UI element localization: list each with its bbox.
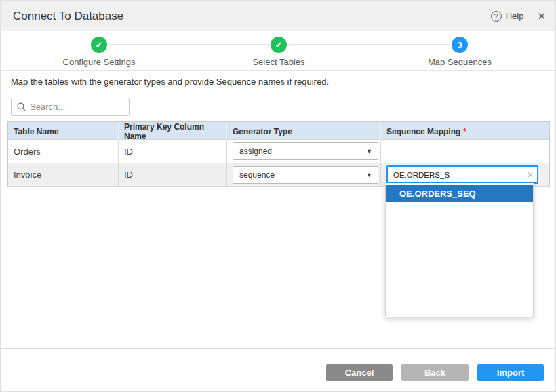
check-icon: ✓ bbox=[96, 40, 103, 50]
cell-generator-type: assigned ▼ bbox=[227, 140, 381, 163]
chevron-down-icon: ▼ bbox=[366, 172, 372, 178]
cell-primary-key: ID bbox=[119, 163, 227, 186]
stepper-connector bbox=[289, 44, 450, 45]
required-marker: * bbox=[463, 127, 466, 136]
sequence-mapping-input[interactable] bbox=[386, 165, 538, 184]
step-1-circle-done[interactable]: ✓ bbox=[91, 37, 107, 53]
generator-type-select-orders[interactable]: assigned ▼ bbox=[233, 142, 378, 160]
chevron-down-icon: ▼ bbox=[366, 148, 372, 155]
back-button[interactable]: Back bbox=[401, 364, 469, 381]
close-icon[interactable]: ✕ bbox=[537, 10, 546, 22]
step-label-map-sequences[interactable]: Map Sequences bbox=[392, 57, 528, 67]
search-icon bbox=[17, 102, 26, 111]
cell-sequence-mapping-empty[interactable] bbox=[381, 140, 551, 163]
wizard-stepper: ✓ ✓ 3 Configure Settings Select Tables M… bbox=[1, 31, 555, 71]
sequence-mapping-table: Table Name Primary Key Column Name Gener… bbox=[7, 121, 550, 187]
step-label-select-tables[interactable]: Select Tables bbox=[211, 57, 346, 67]
step-3-circle-active[interactable]: 3 bbox=[452, 37, 468, 53]
cell-table-name: Orders bbox=[8, 140, 119, 163]
table-row-orders: Orders ID assigned ▼ bbox=[8, 139, 549, 163]
search-input[interactable] bbox=[30, 102, 123, 112]
cell-primary-key: ID bbox=[119, 140, 227, 163]
search-box[interactable] bbox=[11, 98, 130, 116]
step-2-circle-done[interactable]: ✓ bbox=[271, 37, 287, 53]
instruction-text: Map the tables with the generator types … bbox=[11, 77, 329, 87]
column-header-sequence-mapping: Sequence Mapping * bbox=[381, 122, 551, 141]
title-bar: Connect To Database ? Help ✕ bbox=[1, 1, 555, 31]
sequence-suggestion-dropdown: OE.ORDERS_SEQ bbox=[385, 183, 534, 317]
footer-divider bbox=[1, 348, 555, 349]
step-label-configure-settings[interactable]: Configure Settings bbox=[31, 57, 167, 67]
cell-generator-type: sequence ▼ bbox=[227, 163, 381, 186]
cancel-button[interactable]: Cancel bbox=[326, 364, 393, 381]
table-header-row: Table Name Primary Key Column Name Gener… bbox=[8, 122, 549, 139]
help-label[interactable]: Help bbox=[506, 11, 524, 21]
connect-to-database-dialog: Connect To Database ? Help ✕ ✓ ✓ 3 Confi… bbox=[0, 0, 556, 392]
clear-input-icon[interactable]: ✕ bbox=[527, 170, 534, 180]
stepper-connector bbox=[109, 44, 271, 45]
check-icon: ✓ bbox=[275, 40, 283, 50]
column-header-generator-type: Generator Type bbox=[227, 122, 381, 141]
import-button[interactable]: Import bbox=[477, 364, 544, 381]
step-number: 3 bbox=[457, 40, 462, 50]
help-button[interactable]: ? Help bbox=[491, 11, 524, 22]
dialog-title: Connect To Database bbox=[13, 9, 123, 23]
suggestion-item-oe-orders-seq[interactable]: OE.ORDERS_SEQ bbox=[386, 185, 533, 202]
column-header-table-name: Table Name bbox=[8, 122, 119, 141]
help-icon[interactable]: ? bbox=[491, 11, 502, 22]
cell-table-name: Invoice bbox=[8, 163, 119, 186]
generator-type-select-invoice[interactable]: sequence ▼ bbox=[233, 166, 378, 184]
column-header-primary-key: Primary Key Column Name bbox=[119, 122, 227, 141]
